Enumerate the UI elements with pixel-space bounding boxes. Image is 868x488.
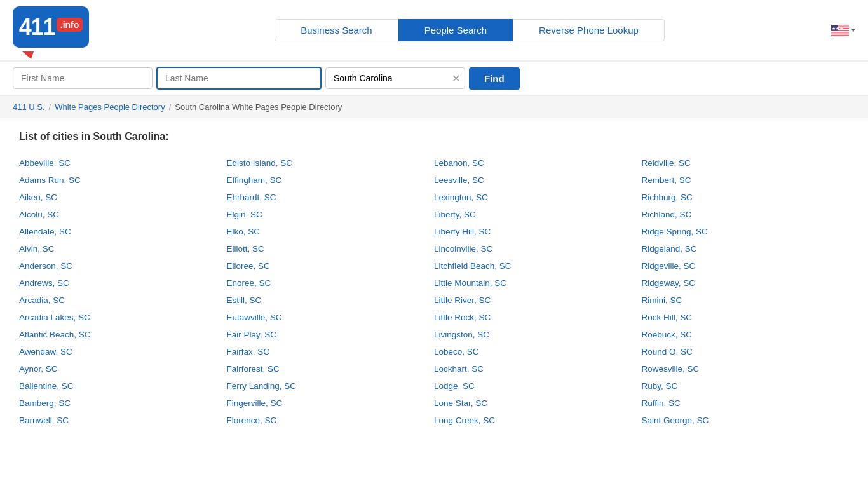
city-link[interactable]: Alcolu, SC [19,207,227,222]
city-link[interactable]: Anderson, SC [19,258,227,274]
logo-411-text: 411 [19,14,55,41]
language-selector[interactable]: ★★★ ▾ [831,25,855,36]
section-title: List of cities in South Carolina: [19,131,849,142]
city-link[interactable]: Leesville, SC [434,172,642,188]
city-link[interactable]: Fingerville, SC [227,395,435,411]
city-link[interactable]: Ridge Spring, SC [642,224,850,240]
city-link[interactable]: Lone Star, SC [434,395,642,411]
city-link[interactable]: Andrews, SC [19,275,227,291]
tab-people[interactable]: People Search [398,19,513,41]
city-link[interactable]: Elko, SC [227,224,435,240]
city-link[interactable]: Elgin, SC [227,207,435,222]
city-link[interactable]: Eutawville, SC [227,309,435,325]
city-link[interactable]: Edisto Island, SC [227,155,435,171]
first-name-input[interactable] [13,67,153,89]
city-link[interactable]: Adams Run, SC [19,172,227,188]
city-link[interactable]: Little Mountain, SC [434,275,642,291]
breadcrumb-current: South Carolina White Pages People Direct… [175,102,342,112]
city-link[interactable]: Arcadia, SC [19,292,227,308]
breadcrumb-sep-1: / [49,102,51,112]
city-link[interactable]: Little Rock, SC [434,309,642,325]
breadcrumb-411us[interactable]: 411 U.S. [13,102,45,112]
city-link[interactable]: Estill, SC [227,292,435,308]
city-link[interactable]: Barnwell, SC [19,412,227,428]
city-link[interactable]: Little River, SC [434,292,642,308]
logo[interactable]: 411 .info [13,6,89,54]
city-link[interactable]: Alvin, SC [19,241,227,257]
breadcrumb-sep-2: / [169,102,172,112]
breadcrumb: 411 U.S. / White Pages People Directory … [0,96,868,118]
city-link[interactable]: Lincolnville, SC [434,241,642,257]
city-link[interactable]: Liberty Hill, SC [434,224,642,240]
city-link[interactable]: Rembert, SC [642,172,850,188]
svg-rect-8 [831,32,849,32]
city-link[interactable]: Reidville, SC [642,155,850,171]
state-input-container: ✕ [325,67,465,89]
city-link[interactable]: Richburg, SC [642,189,850,205]
city-link[interactable]: Fairforest, SC [227,361,435,377]
city-link[interactable]: Lebanon, SC [434,155,642,171]
search-bar: ✕ Find [0,62,868,96]
city-link[interactable]: Ferry Landing, SC [227,378,435,394]
city-link[interactable]: Lobeco, SC [434,344,642,360]
city-link[interactable]: Lockhart, SC [434,361,642,377]
city-link[interactable]: Allendale, SC [19,224,227,240]
tab-phone[interactable]: Reverse Phone Lookup [513,19,665,41]
us-flag-icon: ★★★ [831,25,849,36]
city-link[interactable]: Arcadia Lakes, SC [19,309,227,325]
main-content: List of cities in South Carolina: Abbevi… [0,118,868,441]
city-link[interactable]: Fair Play, SC [227,327,435,342]
last-name-input[interactable] [156,67,322,90]
tab-business[interactable]: Business Search [275,19,398,41]
city-link[interactable]: Aiken, SC [19,189,227,205]
city-link[interactable]: Ridgeland, SC [642,241,850,257]
city-link[interactable]: Ruffin, SC [642,395,850,411]
city-link[interactable]: Florence, SC [227,412,435,428]
nav-tabs: Business Search People Search Reverse Ph… [108,19,831,41]
state-input[interactable] [325,67,465,89]
flag-chevron-icon: ▾ [851,26,855,34]
city-column-1: Edisto Island, SCEffingham, SCEhrhardt, … [227,155,435,428]
city-link[interactable]: Atlantic Beach, SC [19,327,227,342]
city-link[interactable]: Lodge, SC [434,378,642,394]
city-link[interactable]: Ridgeway, SC [642,275,850,291]
svg-rect-12 [831,35,849,36]
city-link[interactable]: Effingham, SC [227,172,435,188]
city-link[interactable]: Roebuck, SC [642,327,850,342]
city-link[interactable]: Bamberg, SC [19,395,227,411]
city-link[interactable]: Saint George, SC [642,412,850,428]
city-link[interactable]: Ridgeville, SC [642,258,850,274]
city-link[interactable]: Round O, SC [642,344,850,360]
city-column-2: Lebanon, SCLeesville, SCLexington, SCLib… [434,155,642,428]
city-link[interactable]: Rowesville, SC [642,361,850,377]
svg-text:★★★: ★★★ [832,26,843,30]
svg-rect-11 [831,34,849,35]
state-clear-button[interactable]: ✕ [452,72,460,85]
city-link[interactable]: Ballentine, SC [19,378,227,394]
city-link[interactable]: Rock Hill, SC [642,309,850,325]
city-link[interactable]: Ehrhardt, SC [227,189,435,205]
city-column-3: Reidville, SCRembert, SCRichburg, SCRich… [642,155,850,428]
city-link[interactable]: Liberty, SC [434,207,642,222]
city-link[interactable]: Lexington, SC [434,189,642,205]
city-link[interactable]: Enoree, SC [227,275,435,291]
city-link[interactable]: Abbeville, SC [19,155,227,171]
svg-rect-9 [831,32,849,33]
city-link[interactable]: Litchfield Beach, SC [434,258,642,274]
city-link[interactable]: Fairfax, SC [227,344,435,360]
city-column-0: Abbeville, SCAdams Run, SCAiken, SCAlcol… [19,155,227,428]
find-button[interactable]: Find [469,67,520,90]
svg-rect-7 [831,30,849,31]
city-link[interactable]: Elliott, SC [227,241,435,257]
city-link[interactable]: Livingston, SC [434,327,642,342]
city-link[interactable]: Awendaw, SC [19,344,227,360]
city-link[interactable]: Long Creek, SC [434,412,642,428]
breadcrumb-whitepages[interactable]: White Pages People Directory [55,102,165,112]
city-link[interactable]: Elloree, SC [227,258,435,274]
city-link[interactable]: Ruby, SC [642,378,850,394]
logo-info-text: .info [60,20,79,30]
city-link[interactable]: Richland, SC [642,207,850,222]
svg-rect-10 [831,33,849,34]
city-link[interactable]: Aynor, SC [19,361,227,377]
city-link[interactable]: Rimini, SC [642,292,850,308]
